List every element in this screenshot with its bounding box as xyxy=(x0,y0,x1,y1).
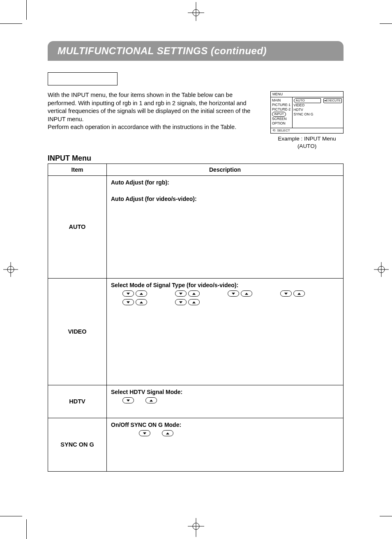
down-icon xyxy=(122,290,134,297)
button-row xyxy=(122,290,339,297)
registration-mark-left xyxy=(3,262,18,277)
down-icon xyxy=(228,290,239,297)
osd-left-item-selected: INPUT xyxy=(272,112,286,117)
label-box xyxy=(48,72,118,85)
down-icon xyxy=(175,299,187,305)
crop-mark xyxy=(380,516,392,516)
registration-mark-bottom xyxy=(188,518,204,537)
down-icon xyxy=(139,430,150,436)
osd-left-item: SCREEN xyxy=(272,117,291,121)
osd-example: MENU MAIN PICTURE-1 PICTURE-2 INPUT SCRE… xyxy=(270,91,344,150)
table-row: HDTV Select HDTV Signal Mode: xyxy=(48,385,344,418)
down-icon xyxy=(122,299,134,305)
table-desc-hdtv: Select HDTV Signal Mode: xyxy=(107,385,344,418)
intro-paragraph-2: Perform each operation in accordance wit… xyxy=(48,123,260,131)
down-icon xyxy=(175,290,187,297)
osd-middle-column: AUTO VIDEO HDTV SYNC ON G xyxy=(293,97,322,128)
osd-mid-item: HDTV xyxy=(294,108,321,112)
up-icon xyxy=(136,290,147,297)
osd-window: MENU MAIN PICTURE-1 PICTURE-2 INPUT SCRE… xyxy=(270,91,344,134)
table-row: SYNC ON G On/Off SYNC ON G Mode: xyxy=(48,418,344,471)
osd-execute-label: ▸EXECUTE xyxy=(323,98,342,103)
table-desc-sync-on-g: On/Off SYNC ON G Mode: xyxy=(107,418,344,471)
osd-left-item: OPTION xyxy=(272,121,291,126)
crop-mark xyxy=(26,519,27,539)
osd-left-column: MAIN PICTURE-1 PICTURE-2 INPUT SCREEN OP… xyxy=(271,97,293,128)
up-icon xyxy=(188,290,200,297)
up-icon xyxy=(188,299,200,305)
crop-mark xyxy=(0,23,22,24)
table-desc-auto: Auto Adjust (for rgb): Auto Adjust (for … xyxy=(107,175,344,278)
osd-caption: Example : INPUT Menu (AUTO) xyxy=(270,135,344,150)
intro-paragraph-1: With the INPUT menu, the four items show… xyxy=(48,91,260,123)
osd-mid-item-selected: AUTO xyxy=(294,98,321,103)
table-header-item: Item xyxy=(48,164,107,175)
button-row xyxy=(122,298,339,305)
table-row: VIDEO Select Mode of Signal Type (for vi… xyxy=(48,278,344,385)
down-icon xyxy=(122,397,134,403)
osd-header: MENU xyxy=(271,92,343,97)
crop-mark xyxy=(0,516,22,516)
table-desc-video: Select Mode of Signal Type (for video/s-… xyxy=(107,278,344,385)
osd-mid-item: VIDEO xyxy=(294,103,321,108)
intro-text: With the INPUT menu, the four items show… xyxy=(48,91,260,150)
button-row xyxy=(122,397,339,404)
osd-footer: ⟲: SELECT xyxy=(271,128,343,133)
osd-mid-item: SYNC ON G xyxy=(294,112,321,117)
registration-mark-top xyxy=(188,2,204,21)
page-content: MULTIFUNCTIONAL SETTINGS (continued) Wit… xyxy=(48,41,344,472)
page-title: MULTIFUNCTIONAL SETTINGS (continued) xyxy=(48,41,344,61)
up-icon xyxy=(145,397,157,403)
osd-left-item: MAIN xyxy=(272,98,291,103)
osd-left-item: PICTURE-2 xyxy=(272,107,291,112)
table-item-auto: AUTO xyxy=(48,175,107,278)
table-row: AUTO Auto Adjust (for rgb): Auto Adjust … xyxy=(48,175,344,278)
osd-right-column: ▸EXECUTE xyxy=(322,97,343,128)
button-row xyxy=(139,430,339,437)
section-title: INPUT Menu xyxy=(48,154,344,163)
crop-mark xyxy=(380,23,392,24)
osd-left-item: PICTURE-1 xyxy=(272,103,291,107)
table-header-description: Description xyxy=(107,164,344,175)
table-item-sync-on-g: SYNC ON G xyxy=(48,418,107,471)
table-item-video: VIDEO xyxy=(48,278,107,385)
table-item-hdtv: HDTV xyxy=(48,385,107,418)
registration-mark-right xyxy=(374,262,389,277)
up-icon xyxy=(241,290,252,297)
up-icon xyxy=(162,430,173,436)
up-icon xyxy=(293,290,305,297)
down-icon xyxy=(280,290,292,297)
input-menu-table: Item Description AUTO Auto Adjust (for r… xyxy=(48,164,344,472)
up-icon xyxy=(136,299,147,305)
crop-mark xyxy=(26,0,27,20)
